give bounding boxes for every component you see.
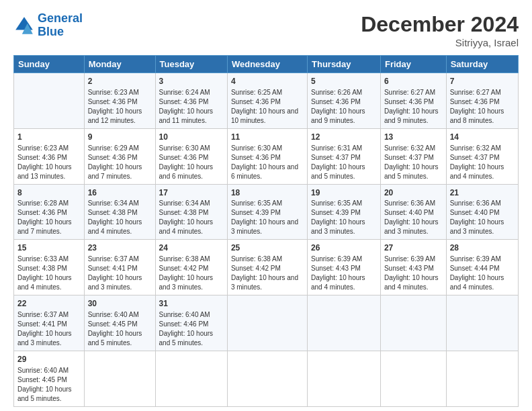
day-cell: 22Sunrise: 6:37 AMSunset: 4:41 PMDayligh… [14,295,85,351]
daylight-label: Daylight: 10 hours and 9 minutes. [311,107,365,124]
sunrise-label: Sunrise: 6:29 AM [88,144,139,152]
sunrise-label: Sunrise: 6:39 AM [384,255,435,263]
sunrise-label: Sunrise: 6:39 AM [450,255,501,263]
sunrise-label: Sunrise: 6:23 AM [17,144,69,152]
day-cell: 5Sunrise: 6:26 AMSunset: 4:36 PMDaylight… [308,73,381,129]
day-cell: 10Sunrise: 6:30 AMSunset: 4:36 PMDayligh… [155,128,227,184]
logo-icon [13,15,35,36]
day-number: 2 [88,76,152,87]
sunset-label: Sunset: 4:37 PM [311,154,361,161]
day-cell: 12Sunrise: 6:31 AMSunset: 4:37 PMDayligh… [308,128,381,184]
sunrise-label: Sunrise: 6:40 AM [159,311,210,318]
header: General Blue December 2024 Sitriyya, Isr… [13,12,519,48]
sunset-label: Sunset: 4:37 PM [384,154,434,161]
sunrise-label: Sunrise: 6:28 AM [17,199,69,207]
sunrise-label: Sunrise: 6:33 AM [17,255,69,263]
header-row: SundayMondayTuesdayWednesdayThursdayFrid… [14,56,519,73]
day-cell: 21Sunrise: 6:36 AMSunset: 4:40 PMDayligh… [446,184,518,240]
daylight-label: Daylight: 10 hours and 8 minutes. [450,107,504,124]
daylight-label: Daylight: 10 hours and 5 minutes. [159,330,214,347]
sunset-label: Sunset: 4:36 PM [231,98,281,105]
sunrise-label: Sunrise: 6:32 AM [384,144,435,152]
day-cell: 29Sunrise: 6:40 AMSunset: 4:45 PMDayligh… [14,351,85,406]
sunrise-label: Sunrise: 6:35 AM [311,199,362,207]
day-cell: 7Sunrise: 6:27 AMSunset: 4:36 PMDaylight… [446,73,518,129]
daylight-label: Daylight: 10 hours and 3 minutes. [311,218,365,235]
day-cell: 18Sunrise: 6:35 AMSunset: 4:39 PMDayligh… [227,184,307,240]
logo-line1: General [38,11,83,25]
day-cell [380,351,446,406]
daylight-label: Daylight: 10 hours and 13 minutes. [17,163,72,180]
day-cell: 17Sunrise: 6:34 AMSunset: 4:38 PMDayligh… [155,184,227,240]
day-number: 5 [311,76,377,87]
sunrise-label: Sunrise: 6:36 AM [384,199,435,207]
main-title: December 2024 [361,12,519,37]
daylight-label: Daylight: 10 hours and 3 minutes. [450,218,504,235]
day-cell: 30Sunrise: 6:40 AMSunset: 4:45 PMDayligh… [84,295,155,351]
day-cell [155,351,227,406]
sunrise-label: Sunrise: 6:27 AM [450,89,501,96]
sunrise-label: Sunrise: 6:37 AM [17,311,69,318]
sunset-label: Sunset: 4:38 PM [159,209,209,216]
day-number: 27 [384,242,443,254]
sunrise-label: Sunrise: 6:32 AM [450,144,501,152]
day-number: 29 [17,354,81,365]
daylight-label: Daylight: 10 hours and 6 minutes. [231,163,298,180]
day-number: 30 [88,298,152,310]
sunrise-label: Sunrise: 6:34 AM [159,199,210,207]
sunrise-label: Sunrise: 6:40 AM [17,367,69,374]
day-number: 17 [159,187,224,199]
sunset-label: Sunset: 4:36 PM [88,154,138,161]
day-number: 14 [450,132,515,143]
sunset-label: Sunset: 4:37 PM [450,154,500,161]
daylight-label: Daylight: 10 hours and 3 minutes. [231,218,298,235]
daylight-label: Daylight: 10 hours and 10 minutes. [231,107,298,124]
sunset-label: Sunset: 4:44 PM [450,265,500,272]
sunset-label: Sunset: 4:40 PM [384,209,434,216]
day-number: 31 [159,298,224,310]
day-number: 18 [231,187,304,199]
sunset-label: Sunset: 4:45 PM [88,320,138,328]
day-number: 3 [159,76,224,87]
col-header-friday: Friday [380,56,446,73]
day-number: 24 [159,242,224,254]
sunset-label: Sunset: 4:38 PM [88,209,138,216]
sunrise-label: Sunrise: 6:39 AM [311,255,362,263]
daylight-label: Daylight: 10 hours and 3 minutes. [384,218,439,235]
logo: General Blue [13,12,83,39]
daylight-label: Daylight: 10 hours and 3 minutes. [231,274,298,291]
day-number: 23 [88,242,152,254]
svg-marker-0 [15,17,33,30]
day-cell: 16Sunrise: 6:34 AMSunset: 4:38 PMDayligh… [84,184,155,240]
sunrise-label: Sunrise: 6:34 AM [88,199,139,207]
sunrise-label: Sunrise: 6:23 AM [88,89,139,96]
sunset-label: Sunset: 4:39 PM [231,209,281,216]
logo-line2: Blue [38,26,83,39]
day-cell: 25Sunrise: 6:38 AMSunset: 4:42 PMDayligh… [227,240,307,295]
sunrise-label: Sunrise: 6:38 AM [231,255,282,263]
sunrise-label: Sunrise: 6:25 AM [231,89,282,96]
sunset-label: Sunset: 4:36 PM [159,98,209,105]
daylight-label: Daylight: 10 hours and 5 minutes. [88,330,142,347]
week-row-0: 2Sunrise: 6:23 AMSunset: 4:36 PMDaylight… [14,73,519,129]
week-row-3: 15Sunrise: 6:33 AMSunset: 4:38 PMDayligh… [14,240,519,295]
daylight-label: Daylight: 10 hours and 4 minutes. [384,274,439,291]
day-cell: 31Sunrise: 6:40 AMSunset: 4:46 PMDayligh… [155,295,227,351]
sunset-label: Sunset: 4:36 PM [17,154,67,161]
day-number: 13 [384,132,443,143]
col-header-wednesday: Wednesday [227,56,307,73]
sunrise-label: Sunrise: 6:36 AM [450,199,501,207]
day-cell: 26Sunrise: 6:39 AMSunset: 4:43 PMDayligh… [308,240,381,295]
daylight-label: Daylight: 10 hours and 4 minutes. [311,274,365,291]
day-cell [227,295,307,351]
daylight-label: Daylight: 10 hours and 5 minutes. [311,163,365,180]
day-number: 28 [450,242,515,254]
subtitle: Sitriyya, Israel [361,37,519,48]
col-header-sunday: Sunday [14,56,85,73]
day-number: 8 [17,187,81,199]
daylight-label: Daylight: 10 hours and 4 minutes. [450,163,504,180]
day-cell [446,295,518,351]
sunset-label: Sunset: 4:36 PM [17,209,67,216]
week-row-4: 22Sunrise: 6:37 AMSunset: 4:41 PMDayligh… [14,295,519,351]
day-cell: 14Sunrise: 6:32 AMSunset: 4:37 PMDayligh… [446,128,518,184]
